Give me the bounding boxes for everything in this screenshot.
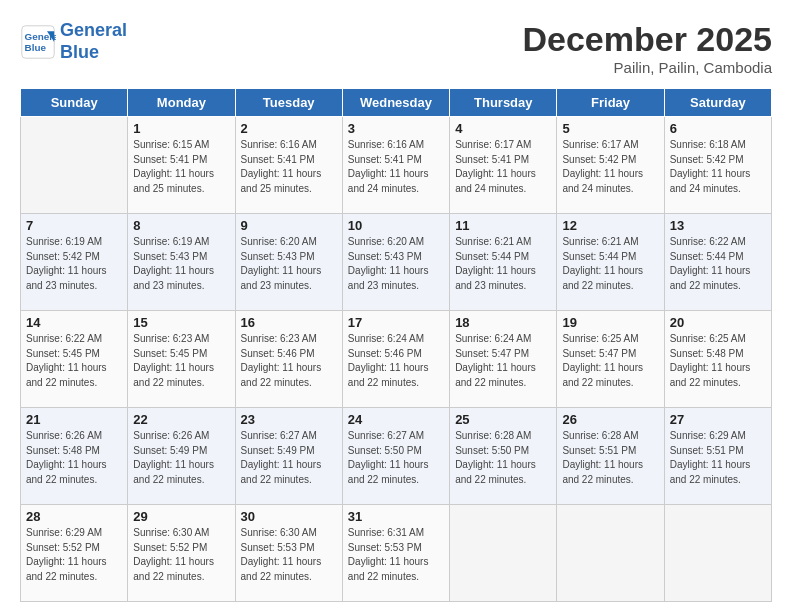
day-number: 12 <box>562 218 658 233</box>
day-info: Sunrise: 6:16 AMSunset: 5:41 PMDaylight:… <box>348 138 444 196</box>
day-info: Sunrise: 6:28 AMSunset: 5:51 PMDaylight:… <box>562 429 658 487</box>
day-cell: 11Sunrise: 6:21 AMSunset: 5:44 PMDayligh… <box>450 214 557 311</box>
day-cell: 16Sunrise: 6:23 AMSunset: 5:46 PMDayligh… <box>235 311 342 408</box>
week-row-0: 1Sunrise: 6:15 AMSunset: 5:41 PMDaylight… <box>21 117 772 214</box>
day-info: Sunrise: 6:27 AMSunset: 5:50 PMDaylight:… <box>348 429 444 487</box>
day-info: Sunrise: 6:22 AMSunset: 5:44 PMDaylight:… <box>670 235 766 293</box>
day-number: 6 <box>670 121 766 136</box>
day-number: 20 <box>670 315 766 330</box>
day-cell: 26Sunrise: 6:28 AMSunset: 5:51 PMDayligh… <box>557 408 664 505</box>
calendar-header-row: SundayMondayTuesdayWednesdayThursdayFrid… <box>21 89 772 117</box>
day-cell: 28Sunrise: 6:29 AMSunset: 5:52 PMDayligh… <box>21 505 128 602</box>
day-cell: 23Sunrise: 6:27 AMSunset: 5:49 PMDayligh… <box>235 408 342 505</box>
day-cell: 18Sunrise: 6:24 AMSunset: 5:47 PMDayligh… <box>450 311 557 408</box>
day-number: 13 <box>670 218 766 233</box>
day-info: Sunrise: 6:19 AMSunset: 5:42 PMDaylight:… <box>26 235 122 293</box>
day-info: Sunrise: 6:26 AMSunset: 5:49 PMDaylight:… <box>133 429 229 487</box>
calendar-table: SundayMondayTuesdayWednesdayThursdayFrid… <box>20 88 772 602</box>
week-row-3: 21Sunrise: 6:26 AMSunset: 5:48 PMDayligh… <box>21 408 772 505</box>
day-cell <box>664 505 771 602</box>
month-title: December 2025 <box>522 20 772 59</box>
day-number: 23 <box>241 412 337 427</box>
day-info: Sunrise: 6:30 AMSunset: 5:53 PMDaylight:… <box>241 526 337 584</box>
day-cell: 12Sunrise: 6:21 AMSunset: 5:44 PMDayligh… <box>557 214 664 311</box>
day-info: Sunrise: 6:18 AMSunset: 5:42 PMDaylight:… <box>670 138 766 196</box>
day-info: Sunrise: 6:29 AMSunset: 5:51 PMDaylight:… <box>670 429 766 487</box>
day-cell: 2Sunrise: 6:16 AMSunset: 5:41 PMDaylight… <box>235 117 342 214</box>
day-info: Sunrise: 6:29 AMSunset: 5:52 PMDaylight:… <box>26 526 122 584</box>
logo-text: General Blue <box>60 20 127 63</box>
day-cell <box>21 117 128 214</box>
day-info: Sunrise: 6:25 AMSunset: 5:47 PMDaylight:… <box>562 332 658 390</box>
page: General Blue General Blue December 2025 … <box>0 0 792 612</box>
day-cell: 20Sunrise: 6:25 AMSunset: 5:48 PMDayligh… <box>664 311 771 408</box>
day-cell <box>450 505 557 602</box>
day-info: Sunrise: 6:17 AMSunset: 5:42 PMDaylight:… <box>562 138 658 196</box>
day-cell: 7Sunrise: 6:19 AMSunset: 5:42 PMDaylight… <box>21 214 128 311</box>
day-info: Sunrise: 6:24 AMSunset: 5:47 PMDaylight:… <box>455 332 551 390</box>
day-info: Sunrise: 6:16 AMSunset: 5:41 PMDaylight:… <box>241 138 337 196</box>
day-number: 17 <box>348 315 444 330</box>
day-info: Sunrise: 6:15 AMSunset: 5:41 PMDaylight:… <box>133 138 229 196</box>
day-number: 24 <box>348 412 444 427</box>
day-info: Sunrise: 6:27 AMSunset: 5:49 PMDaylight:… <box>241 429 337 487</box>
day-info: Sunrise: 6:19 AMSunset: 5:43 PMDaylight:… <box>133 235 229 293</box>
day-number: 27 <box>670 412 766 427</box>
day-cell: 5Sunrise: 6:17 AMSunset: 5:42 PMDaylight… <box>557 117 664 214</box>
location: Pailin, Pailin, Cambodia <box>522 59 772 76</box>
day-number: 26 <box>562 412 658 427</box>
day-info: Sunrise: 6:30 AMSunset: 5:52 PMDaylight:… <box>133 526 229 584</box>
logo-icon: General Blue <box>20 24 56 60</box>
day-cell: 14Sunrise: 6:22 AMSunset: 5:45 PMDayligh… <box>21 311 128 408</box>
day-info: Sunrise: 6:31 AMSunset: 5:53 PMDaylight:… <box>348 526 444 584</box>
day-info: Sunrise: 6:23 AMSunset: 5:45 PMDaylight:… <box>133 332 229 390</box>
day-number: 7 <box>26 218 122 233</box>
day-number: 8 <box>133 218 229 233</box>
day-cell: 22Sunrise: 6:26 AMSunset: 5:49 PMDayligh… <box>128 408 235 505</box>
day-cell: 15Sunrise: 6:23 AMSunset: 5:45 PMDayligh… <box>128 311 235 408</box>
day-cell: 1Sunrise: 6:15 AMSunset: 5:41 PMDaylight… <box>128 117 235 214</box>
weekday-header-thursday: Thursday <box>450 89 557 117</box>
day-info: Sunrise: 6:20 AMSunset: 5:43 PMDaylight:… <box>241 235 337 293</box>
title-block: December 2025 Pailin, Pailin, Cambodia <box>522 20 772 76</box>
day-cell: 4Sunrise: 6:17 AMSunset: 5:41 PMDaylight… <box>450 117 557 214</box>
day-number: 30 <box>241 509 337 524</box>
day-number: 3 <box>348 121 444 136</box>
day-cell: 21Sunrise: 6:26 AMSunset: 5:48 PMDayligh… <box>21 408 128 505</box>
day-number: 15 <box>133 315 229 330</box>
day-cell: 9Sunrise: 6:20 AMSunset: 5:43 PMDaylight… <box>235 214 342 311</box>
day-cell: 8Sunrise: 6:19 AMSunset: 5:43 PMDaylight… <box>128 214 235 311</box>
day-number: 16 <box>241 315 337 330</box>
day-number: 21 <box>26 412 122 427</box>
svg-text:Blue: Blue <box>25 42 47 53</box>
weekday-header-monday: Monday <box>128 89 235 117</box>
day-number: 11 <box>455 218 551 233</box>
weekday-header-friday: Friday <box>557 89 664 117</box>
day-cell: 3Sunrise: 6:16 AMSunset: 5:41 PMDaylight… <box>342 117 449 214</box>
day-cell: 19Sunrise: 6:25 AMSunset: 5:47 PMDayligh… <box>557 311 664 408</box>
day-info: Sunrise: 6:21 AMSunset: 5:44 PMDaylight:… <box>455 235 551 293</box>
day-number: 31 <box>348 509 444 524</box>
day-info: Sunrise: 6:17 AMSunset: 5:41 PMDaylight:… <box>455 138 551 196</box>
week-row-1: 7Sunrise: 6:19 AMSunset: 5:42 PMDaylight… <box>21 214 772 311</box>
logo-line2: Blue <box>60 42 99 62</box>
day-number: 5 <box>562 121 658 136</box>
day-number: 22 <box>133 412 229 427</box>
weekday-header-sunday: Sunday <box>21 89 128 117</box>
day-cell: 6Sunrise: 6:18 AMSunset: 5:42 PMDaylight… <box>664 117 771 214</box>
day-number: 25 <box>455 412 551 427</box>
day-info: Sunrise: 6:20 AMSunset: 5:43 PMDaylight:… <box>348 235 444 293</box>
day-info: Sunrise: 6:23 AMSunset: 5:46 PMDaylight:… <box>241 332 337 390</box>
day-number: 18 <box>455 315 551 330</box>
day-cell: 31Sunrise: 6:31 AMSunset: 5:53 PMDayligh… <box>342 505 449 602</box>
day-cell: 27Sunrise: 6:29 AMSunset: 5:51 PMDayligh… <box>664 408 771 505</box>
day-info: Sunrise: 6:25 AMSunset: 5:48 PMDaylight:… <box>670 332 766 390</box>
day-number: 10 <box>348 218 444 233</box>
day-cell <box>557 505 664 602</box>
logo-line1: General <box>60 20 127 40</box>
day-number: 4 <box>455 121 551 136</box>
day-info: Sunrise: 6:28 AMSunset: 5:50 PMDaylight:… <box>455 429 551 487</box>
day-cell: 25Sunrise: 6:28 AMSunset: 5:50 PMDayligh… <box>450 408 557 505</box>
day-number: 14 <box>26 315 122 330</box>
day-info: Sunrise: 6:22 AMSunset: 5:45 PMDaylight:… <box>26 332 122 390</box>
